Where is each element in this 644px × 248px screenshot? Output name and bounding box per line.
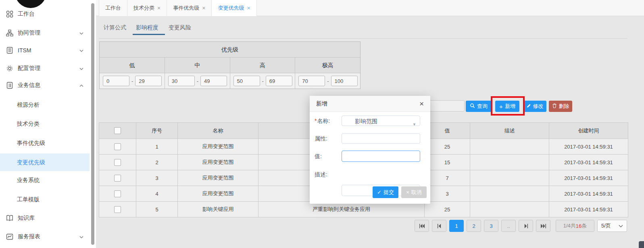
- prev-page-button[interactable]: [432, 220, 446, 232]
- range-separator: -: [327, 78, 329, 84]
- last-page-button[interactable]: [536, 220, 550, 232]
- cell-seq: 5: [136, 202, 178, 217]
- tab-label: 事件优先级: [173, 4, 199, 12]
- close-icon[interactable]: ×: [247, 5, 250, 11]
- subtab-change-risk[interactable]: 变更风险: [169, 21, 191, 34]
- range-max-input[interactable]: 69: [266, 76, 292, 86]
- priority-level-medium: 中: [165, 58, 230, 73]
- tab-change-priority[interactable]: 变更优先级 ×: [212, 0, 256, 16]
- add-dialog: 新增 × *名称: 影响范围 ▼ 属性: 值: 描述: ✓ 提交 × 取消: [310, 96, 430, 204]
- page-button-3[interactable]: 3: [484, 220, 498, 232]
- priority-range-low: 0 - 29: [100, 73, 165, 89]
- submit-button[interactable]: ✓ 提交: [373, 186, 398, 198]
- name-select[interactable]: 影响范围 ▼: [342, 116, 420, 126]
- chevron-down-icon: [79, 234, 84, 241]
- range-separator: -: [197, 78, 198, 84]
- cell-name: 应用变更范围: [178, 139, 258, 155]
- sidebar-item-knowledge-base[interactable]: 知识库: [0, 212, 90, 224]
- pagination-info-suffix: 条: [581, 222, 587, 229]
- sidebar-item-itsm[interactable]: ITSM: [0, 44, 90, 56]
- caret-down-icon: ▼: [413, 119, 416, 130]
- sidebar-item-label: ITSM: [18, 47, 31, 54]
- cell-desc: [470, 155, 549, 170]
- subtab-calc-formula[interactable]: 计算公式: [104, 21, 126, 34]
- sidebar-item-business-info[interactable]: 业务信息: [0, 79, 90, 91]
- select-all-checkbox[interactable]: [114, 127, 121, 134]
- page-ellipsis-button[interactable]: ..: [501, 220, 516, 232]
- chevron-down-icon: [79, 48, 84, 54]
- first-page-button[interactable]: [415, 220, 429, 232]
- range-max-input[interactable]: 100: [331, 76, 358, 86]
- cell-created: 2017-03-01 14:59:31: [549, 186, 628, 202]
- cancel-button[interactable]: × 取消: [401, 186, 427, 198]
- page-button-2[interactable]: 2: [467, 220, 481, 232]
- row-checkbox[interactable]: [114, 206, 121, 213]
- tab-incident-priority[interactable]: 事件优先级 ×: [167, 0, 212, 16]
- subtab-impact-degree[interactable]: 影响程度: [136, 21, 158, 34]
- page-button-1[interactable]: 1: [449, 220, 464, 232]
- priority-panel-title: 优先级: [100, 42, 360, 58]
- tab-label: 技术分类: [133, 4, 154, 12]
- next-page-button[interactable]: [519, 220, 533, 232]
- value-input[interactable]: [342, 151, 420, 162]
- row-checkbox[interactable]: [114, 159, 121, 166]
- cell-name: 应用变更范围: [178, 170, 258, 186]
- close-icon[interactable]: ×: [157, 5, 160, 11]
- range-min-input[interactable]: 50: [233, 76, 260, 86]
- tab-label: 工作台: [105, 4, 121, 12]
- range-min-input[interactable]: 30: [168, 76, 195, 86]
- cell-desc: [470, 186, 549, 202]
- sidebar-item-label: 工作台: [18, 10, 35, 18]
- priority-level-critical: 极高: [295, 58, 360, 73]
- dialog-header: 新增 ×: [310, 96, 430, 112]
- form-icon: [6, 82, 14, 89]
- cell-desc: [470, 202, 549, 217]
- attr-input[interactable]: [342, 133, 420, 144]
- sidebar-item-business-system[interactable]: 业务系统: [0, 174, 90, 186]
- required-asterisk: *: [315, 118, 317, 124]
- close-icon[interactable]: ×: [419, 100, 424, 107]
- sidebar-scrollbar[interactable]: [91, 3, 94, 245]
- sidebar-item-tech-category[interactable]: 技术分类: [0, 118, 90, 130]
- avatar[interactable]: [15, 0, 46, 8]
- table-row[interactable]: 5 影响关键应用 严重影响到关键业务应用 25 2017-03-01 14:59…: [99, 202, 628, 217]
- row-checkbox[interactable]: [114, 190, 121, 197]
- tab-workbench[interactable]: 工作台: [99, 0, 127, 16]
- tab-bar: 工作台 技术分类 × 事件优先级 × 变更优先级 ×: [96, 0, 644, 16]
- priority-level-high: 高: [230, 58, 296, 73]
- sidebar-item-label: 服务报表: [18, 233, 40, 240]
- range-min-input[interactable]: 70: [298, 76, 325, 86]
- delete-button[interactable]: 删除: [549, 101, 572, 112]
- header-created: 创建时间: [549, 123, 628, 139]
- cancel-button-label: 取消: [411, 189, 422, 196]
- sidebar-item-service-report[interactable]: 服务报表: [0, 231, 90, 243]
- sidebar-item-incident-priority[interactable]: 事件优先级: [0, 137, 90, 149]
- sidebar-item-workbench[interactable]: 工作台: [0, 8, 90, 20]
- edit-button[interactable]: 修改: [523, 101, 546, 112]
- add-button[interactable]: + 新增: [495, 101, 519, 112]
- sidebar-item-root-analysis[interactable]: 根源分析: [0, 99, 90, 111]
- edit-button-label: 修改: [533, 103, 544, 110]
- corner-widget[interactable]: [639, 241, 644, 248]
- page-size-select[interactable]: 5/页: [597, 220, 627, 232]
- cell-seq: 3: [136, 170, 178, 186]
- sidebar-item-change-priority[interactable]: 变更优先级: [0, 153, 90, 171]
- sidebar-item-ticket-template[interactable]: 工单模版: [0, 193, 90, 205]
- row-checkbox[interactable]: [114, 143, 121, 150]
- sidebar-item-collaboration[interactable]: 协同管理: [0, 27, 90, 39]
- submit-button-label: 提交: [383, 189, 394, 196]
- range-min-input[interactable]: 0: [103, 76, 129, 86]
- priority-range-row: 0 - 29 30 - 49 50 - 69 70 - 100: [100, 73, 360, 89]
- sidebar-item-label: 配置管理: [18, 65, 40, 72]
- priority-panel: 优先级 低 中 高 极高 0 - 29 30 - 49 50 - 69: [99, 41, 361, 89]
- row-checkbox[interactable]: [114, 175, 121, 182]
- sidebar-item-configuration[interactable]: 配置管理: [0, 62, 90, 74]
- range-separator: -: [131, 78, 133, 84]
- tab-tech-category[interactable]: 技术分类 ×: [127, 0, 167, 16]
- close-icon[interactable]: ×: [202, 5, 205, 11]
- cell-value: 25: [425, 202, 470, 217]
- range-max-input[interactable]: 49: [200, 76, 227, 86]
- cell-attr: 严重影响到关键业务应用: [258, 202, 425, 217]
- search-button[interactable]: 查询: [466, 101, 492, 112]
- range-max-input[interactable]: 29: [135, 76, 162, 86]
